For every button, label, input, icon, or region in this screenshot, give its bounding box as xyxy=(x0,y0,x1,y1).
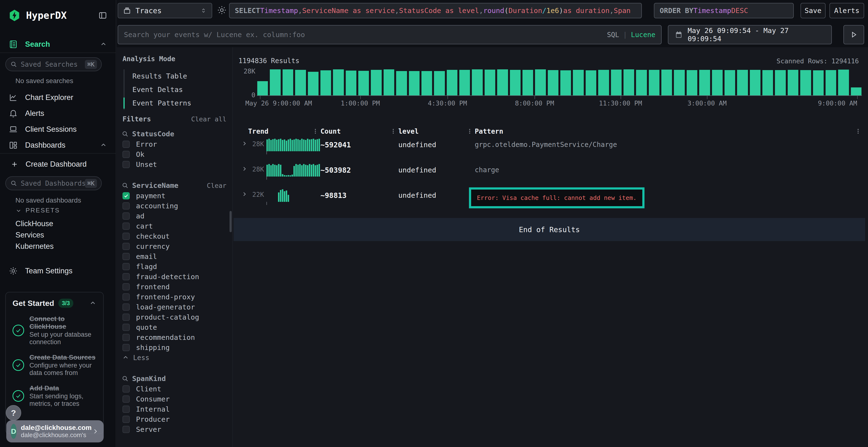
filter-option-accounting[interactable]: accounting xyxy=(117,201,233,211)
filter-option-cart[interactable]: cart xyxy=(117,221,233,231)
filter-option-internal[interactable]: Internal xyxy=(117,404,233,414)
results-histogram[interactable]: 28K 0 May 26 9:00:00 AM1:00:00 PM4:30:00… xyxy=(238,69,862,107)
source-select[interactable]: Traces xyxy=(118,3,212,18)
source-settings-gear-icon[interactable] xyxy=(217,5,227,15)
checkbox[interactable] xyxy=(123,426,130,433)
sidebar-item-team-settings[interactable]: Team Settings xyxy=(0,263,116,279)
pattern-row[interactable]: 28K~592041undefinedgrpc.oteldemo.Payment… xyxy=(238,137,863,162)
expand-row-icon[interactable] xyxy=(241,191,248,198)
sidebar-item-dashboards[interactable]: Dashboards xyxy=(0,137,116,153)
get-started-item[interactable]: Create Data SourcesConfigure where your … xyxy=(12,353,96,377)
checkbox[interactable] xyxy=(123,344,130,351)
highlighted-error-pattern[interactable]: Error: Visa cache full: cannot add new i… xyxy=(469,187,645,208)
filter-option-error[interactable]: Error xyxy=(117,139,233,149)
scrollbar-thumb[interactable] xyxy=(229,211,232,232)
checkbox[interactable] xyxy=(123,334,130,341)
checkbox[interactable] xyxy=(123,151,130,158)
column-menu-icon[interactable] xyxy=(855,128,861,134)
checkbox[interactable] xyxy=(123,273,130,280)
expand-row-icon[interactable] xyxy=(241,166,248,172)
histogram-bars[interactable] xyxy=(257,69,862,95)
checkbox[interactable] xyxy=(123,416,130,423)
column-menu-icon[interactable] xyxy=(467,128,473,134)
saved-dashboards-field[interactable] xyxy=(21,179,85,187)
get-started-item[interactable]: Connect to ClickHouseSet up your databas… xyxy=(12,315,96,346)
filter-option-ad[interactable]: ad xyxy=(117,211,233,221)
checkbox[interactable] xyxy=(123,406,130,413)
sql-toggle[interactable]: SQL xyxy=(607,31,619,39)
user-menu[interactable]: D dale@clickhouse.com dale@clickhouse.co… xyxy=(6,420,104,442)
checkbox[interactable] xyxy=(123,304,130,311)
preset-clickhouse[interactable]: ClickHouse xyxy=(16,218,54,229)
pattern-row[interactable]: 22K~98813undefinedError: Visa cache full… xyxy=(238,187,863,213)
column-menu-icon[interactable] xyxy=(312,128,318,134)
saved-searches-input[interactable]: ⌘K xyxy=(5,57,102,71)
event-search-field[interactable] xyxy=(124,31,607,39)
filter-option-frontend-proxy[interactable]: frontend-proxy xyxy=(117,292,233,302)
filter-option-payment[interactable]: payment xyxy=(117,191,233,201)
filter-option-load-generator[interactable]: load-generator xyxy=(117,302,233,312)
checkbox[interactable] xyxy=(123,243,130,250)
filter-option-unset[interactable]: Unset xyxy=(117,160,233,170)
analysis-mode-event-deltas[interactable]: Event Deltas xyxy=(125,83,191,96)
lucene-toggle[interactable]: Lucene xyxy=(631,31,655,39)
search-icon[interactable] xyxy=(122,375,129,382)
checkbox[interactable] xyxy=(123,283,130,290)
checkbox-checked[interactable] xyxy=(123,192,130,199)
filter-option-currency[interactable]: currency xyxy=(117,241,233,251)
language-toggle[interactable]: SQL | Lucene xyxy=(607,31,655,39)
sidebar-item-alerts[interactable]: Alerts xyxy=(0,105,116,122)
chevron-up-icon[interactable] xyxy=(89,300,96,307)
chevron-up-icon[interactable] xyxy=(100,142,107,149)
filter-option-recommendation[interactable]: recommendation xyxy=(117,332,233,342)
filter-clear-button[interactable]: Clear xyxy=(207,182,226,189)
filter-option-server[interactable]: Server xyxy=(117,424,233,435)
alerts-button[interactable]: Alerts xyxy=(830,3,864,18)
checkbox[interactable] xyxy=(123,222,130,230)
checkbox[interactable] xyxy=(123,396,130,403)
pattern-row[interactable]: 28K~503982undefinedcharge xyxy=(238,162,863,187)
filter-option-product-catalog[interactable]: product-catalog xyxy=(117,312,233,322)
create-dashboard-button[interactable]: Create Dashboard xyxy=(0,157,116,172)
filter-option-shipping[interactable]: shipping xyxy=(117,342,233,353)
checkbox[interactable] xyxy=(123,233,130,240)
date-range-picker[interactable]: May 26 09:09:54 - May 27 09:09:54 xyxy=(668,25,832,44)
preset-kubernetes[interactable]: Kubernetes xyxy=(16,241,54,252)
checkbox[interactable] xyxy=(123,314,130,321)
clear-all-button[interactable]: Clear all xyxy=(191,115,226,123)
checkbox[interactable] xyxy=(123,141,130,148)
filter-option-producer[interactable]: Producer xyxy=(117,414,233,424)
sql-select-editor[interactable]: SELECT Timestamp, ServiceName as service… xyxy=(229,3,642,18)
column-header-level[interactable]: level xyxy=(398,128,475,135)
event-search-input[interactable]: SQL | Lucene xyxy=(118,25,661,44)
checkbox[interactable] xyxy=(123,324,130,331)
filter-option-quote[interactable]: quote xyxy=(117,322,233,332)
filter-option-client[interactable]: Client xyxy=(117,384,233,394)
checkbox[interactable] xyxy=(123,294,130,301)
sidebar-item-client-sessions[interactable]: Client Sessions xyxy=(0,122,116,137)
help-button[interactable]: ? xyxy=(6,405,21,420)
filter-option-ok[interactable]: Ok xyxy=(117,149,233,160)
order-by-editor[interactable]: ORDER BY Timestamp DESC xyxy=(654,3,794,18)
expand-row-icon[interactable] xyxy=(241,140,248,147)
column-header-trend[interactable]: Trend xyxy=(238,128,320,135)
sidebar-collapse-icon[interactable] xyxy=(98,10,107,20)
saved-searches-field[interactable] xyxy=(21,61,85,68)
filter-option-frontend[interactable]: frontend xyxy=(117,282,233,292)
analysis-mode-event-patterns[interactable]: Event Patterns xyxy=(125,96,191,110)
presets-toggle[interactable]: PRESETS xyxy=(16,207,60,214)
get-started-item[interactable]: Add DataStart sending logs, metrics, or … xyxy=(12,384,96,408)
filter-option-checkout[interactable]: checkout xyxy=(117,231,233,241)
filter-option-consumer[interactable]: Consumer xyxy=(117,394,233,404)
analysis-mode-results-table[interactable]: Results Table xyxy=(125,69,191,83)
checkbox[interactable] xyxy=(123,212,130,220)
search-icon[interactable] xyxy=(122,130,129,138)
filter-option-flagd[interactable]: flagd xyxy=(117,262,233,272)
show-less-button[interactable]: Less xyxy=(117,353,233,363)
checkbox[interactable] xyxy=(123,253,130,260)
sidebar-item-search[interactable]: Search xyxy=(0,36,116,53)
save-button[interactable]: Save xyxy=(801,3,826,18)
preset-services[interactable]: Services xyxy=(16,229,54,241)
filter-option-email[interactable]: email xyxy=(117,251,233,262)
filter-option-fraud-detection[interactable]: fraud-detection xyxy=(117,272,233,282)
